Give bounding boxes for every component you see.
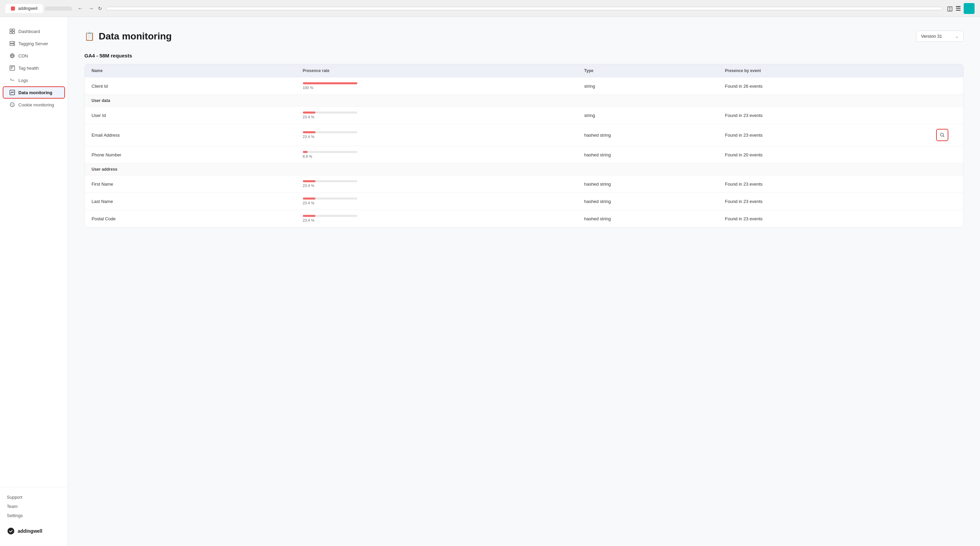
row-presence-event: Found in 23 events — [725, 133, 936, 138]
inactive-tab[interactable] — [45, 6, 72, 11]
page-title-area: 📋 Data monitoring — [84, 31, 172, 42]
page-header: 📋 Data monitoring Version 31 ⌄ — [84, 30, 964, 42]
row-name: Postal Code — [92, 216, 303, 221]
col-presence-event: Presence by event — [725, 68, 936, 73]
sidebar-item-tag-health[interactable]: Tag health — [3, 62, 65, 74]
svg-rect-2 — [10, 32, 12, 34]
browser-actions: ◫ ☰ — [947, 3, 975, 14]
presence-bar-fill — [303, 197, 315, 200]
browser-chrome: addingwell ← → ↻ ◫ ☰ — [0, 0, 980, 17]
sidebar-item-logs[interactable]: Logs — [3, 74, 65, 86]
ga4-section: GA4 - 58M requests Name Presence rate Ty… — [84, 53, 964, 227]
col-presence-rate: Presence rate — [303, 68, 584, 73]
section-title: GA4 - 58M requests — [84, 53, 964, 59]
presence-bar-bg — [303, 197, 357, 200]
app-icon — [964, 3, 975, 14]
back-button[interactable]: ← — [76, 4, 84, 13]
sidebar-item-data-monitoring[interactable]: Data monitoring — [3, 86, 65, 98]
table-header: Name Presence rate Type Presence by even… — [85, 64, 963, 77]
table-row: First Name 23.4 % hashed string Found in… — [85, 175, 963, 192]
presence-bar-fill — [303, 131, 315, 133]
row-name: Email Address — [92, 133, 303, 138]
presence-cell: 23.4 % — [303, 111, 584, 119]
row-type: string — [584, 84, 725, 89]
group-user-address: User address — [85, 163, 963, 175]
sidebar-item-tagging-server[interactable]: Tagging Server — [3, 37, 65, 50]
cdn-icon — [10, 53, 15, 59]
sidebar-item-logs-label: Logs — [18, 78, 28, 83]
presence-label: 23.4 % — [303, 201, 584, 205]
svg-rect-3 — [13, 32, 14, 34]
sidebar-logo: addingwell — [7, 523, 61, 535]
active-tab[interactable]: addingwell — [5, 4, 43, 13]
presence-label: 23.4 % — [303, 115, 584, 119]
svg-point-7 — [13, 44, 14, 45]
address-bar[interactable] — [106, 7, 943, 10]
sidebar-toggle-button[interactable]: ☰ — [956, 5, 961, 12]
extensions-button[interactable]: ◫ — [947, 5, 953, 12]
svg-rect-1 — [13, 29, 14, 31]
presence-bar-bg — [303, 215, 357, 217]
presence-bar-bg — [303, 151, 357, 153]
refresh-button[interactable]: ↻ — [98, 6, 102, 11]
search-button[interactable] — [936, 129, 948, 141]
row-presence-event: Found in 23 events — [725, 216, 936, 221]
tagging-server-icon — [10, 41, 15, 46]
svg-point-11 — [10, 103, 14, 107]
version-select[interactable]: Version 31 ⌄ — [916, 30, 964, 42]
row-actions[interactable] — [936, 129, 956, 141]
chevron-down-icon: ⌄ — [955, 34, 959, 39]
presence-label: 8.8 % — [303, 154, 584, 159]
group-user-data: User data — [85, 95, 963, 106]
table-row: Client Id 100 % string Found in 26 event… — [85, 77, 963, 95]
presence-label: 23.4 % — [303, 184, 584, 188]
presence-cell: 8.8 % — [303, 151, 584, 159]
svg-point-14 — [12, 105, 13, 106]
presence-bar-bg — [303, 131, 357, 133]
sidebar-item-cookie-monitoring[interactable]: Cookie monitoring — [3, 98, 65, 111]
col-type: Type — [584, 68, 725, 73]
row-presence-event: Found in 26 events — [725, 84, 936, 89]
logs-icon — [10, 78, 15, 83]
table-row: Email Address 23.4 % hashed string Found… — [85, 124, 963, 146]
sidebar-item-cookie-monitoring-label: Cookie monitoring — [18, 102, 54, 108]
forward-button[interactable]: → — [87, 4, 95, 13]
presence-cell: 23.4 % — [303, 215, 584, 222]
browser-controls: ← → ↻ — [76, 4, 102, 13]
presence-bar-bg — [303, 180, 357, 182]
team-link[interactable]: Team — [7, 502, 61, 511]
row-type: hashed string — [584, 152, 725, 157]
svg-rect-0 — [10, 29, 12, 31]
row-name: Last Name — [92, 199, 303, 204]
row-type: hashed string — [584, 133, 725, 138]
presence-bar-bg — [303, 82, 357, 84]
row-presence-event: Found in 23 events — [725, 181, 936, 187]
sidebar-item-dashboard-label: Dashboard — [18, 29, 40, 34]
main-content: 📋 Data monitoring Version 31 ⌄ GA4 - 58M… — [68, 17, 980, 546]
row-name: First Name — [92, 181, 303, 187]
svg-rect-9 — [10, 66, 14, 70]
row-name: Client Id — [92, 84, 303, 89]
presence-cell: 100 % — [303, 82, 584, 90]
row-type: hashed string — [584, 199, 725, 204]
col-name: Name — [92, 68, 303, 73]
cookie-monitoring-icon — [10, 102, 15, 108]
page-title-icon: 📋 — [84, 32, 95, 41]
row-name: User Id — [92, 113, 303, 118]
sidebar-item-dashboard[interactable]: Dashboard — [3, 25, 65, 37]
svg-point-13 — [13, 105, 13, 105]
row-presence-event: Found in 20 events — [725, 152, 936, 157]
sidebar-item-cdn[interactable]: CDN — [3, 50, 65, 62]
settings-link[interactable]: Settings — [7, 511, 61, 520]
svg-point-12 — [11, 104, 12, 105]
page-title: Data monitoring — [99, 31, 172, 42]
row-type: string — [584, 113, 725, 118]
tag-health-icon — [10, 65, 15, 71]
support-link[interactable]: Support — [7, 493, 61, 502]
presence-bar-bg — [303, 111, 357, 114]
app: Dashboard Tagging Server CDN Tag health — [0, 17, 980, 546]
presence-bar-fill — [303, 151, 308, 153]
row-presence-event: Found in 23 events — [725, 199, 936, 204]
sidebar-nav: Dashboard Tagging Server CDN Tag health — [0, 22, 68, 487]
logo-text: addingwell — [18, 529, 42, 534]
